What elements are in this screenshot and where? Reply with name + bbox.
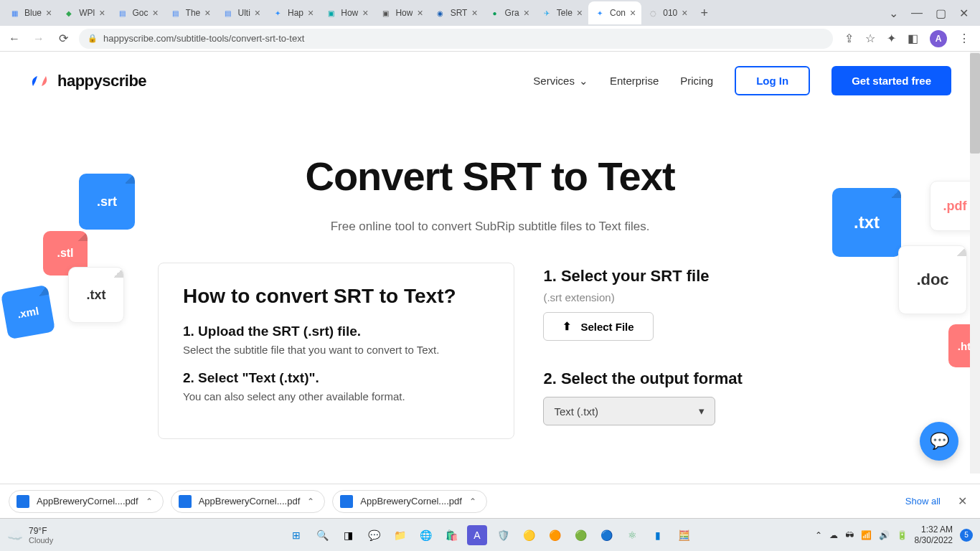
tab-title: The: [186, 8, 201, 18]
close-icon[interactable]: ×: [255, 7, 260, 19]
app-chrome1[interactable]: 🟡: [519, 525, 539, 545]
app-chrome4[interactable]: 🔵: [596, 525, 616, 545]
menu-icon[interactable]: ⋮: [958, 32, 970, 45]
download-item[interactable]: AppBreweryCornel....pdf⌃: [171, 490, 326, 513]
start-button[interactable]: ⊞: [286, 525, 306, 545]
nav-services[interactable]: Services ⌄: [533, 75, 588, 88]
chat-fab[interactable]: 💬: [920, 422, 958, 461]
close-icon[interactable]: ×: [417, 7, 423, 19]
download-item[interactable]: AppBreweryCornel....pdf⌃: [332, 490, 487, 513]
tab-0[interactable]: ▦Blue×: [3, 1, 57, 24]
app-chrome2[interactable]: 🟠: [545, 525, 565, 545]
tab-8[interactable]: ◉SRT×: [429, 1, 484, 24]
volume-icon[interactable]: 🔊: [879, 530, 890, 540]
close-icon[interactable]: ×: [577, 7, 583, 19]
browser-chrome: ▦Blue× ◆WPl× ▤Goc× ▤The× ▤Ulti× ✦Hap× ▣H…: [0, 0, 980, 52]
power-icon[interactable]: 🔋: [897, 530, 908, 540]
output-format-select[interactable]: Text (.txt) ▾: [543, 397, 715, 425]
app-generic1[interactable]: A: [467, 525, 487, 545]
taskview-button[interactable]: ◨: [338, 525, 358, 545]
tray-expand-icon[interactable]: ⌃: [815, 530, 822, 540]
tab-9[interactable]: ●Gra×: [484, 1, 535, 24]
pdf-icon: [17, 495, 29, 508]
show-all-downloads[interactable]: Show all: [905, 496, 946, 507]
close-icon[interactable]: ×: [362, 7, 368, 19]
window-minimize-icon[interactable]: —: [911, 6, 923, 20]
close-icon[interactable]: ×: [99, 7, 105, 19]
tab-6[interactable]: ▣How×: [319, 1, 374, 24]
chevron-up-icon[interactable]: ⌃: [469, 496, 476, 507]
app-files[interactable]: 📁: [390, 525, 410, 545]
chevron-up-icon[interactable]: ⌃: [146, 496, 153, 507]
action-steps: 1. Select your SRT file (.srt extension)…: [543, 263, 822, 439]
sidepanel-icon[interactable]: ◧: [908, 32, 918, 45]
close-icon[interactable]: ×: [471, 7, 477, 19]
reload-button[interactable]: ⟳: [55, 32, 72, 45]
how-to-card: How to convert SRT to Text? 1. Upload th…: [158, 263, 514, 439]
tab-2[interactable]: ▤Goc×: [110, 1, 164, 24]
login-button[interactable]: Log In: [735, 66, 810, 95]
close-icon[interactable]: ×: [152, 7, 158, 19]
how-step-1: 1. Upload the SRT (.srt) file. Select th…: [183, 324, 489, 356]
battery-icon[interactable]: 🕶: [845, 530, 854, 540]
tab-4[interactable]: ▤Ulti×: [216, 1, 266, 24]
tab-10[interactable]: ✈Tele×: [535, 1, 588, 24]
extensions-icon[interactable]: ✦: [887, 32, 896, 45]
close-icon[interactable]: ×: [682, 7, 687, 19]
window-close-icon[interactable]: ✕: [959, 6, 969, 20]
select-file-button[interactable]: ⬆ Select File: [543, 312, 653, 341]
tabs-dropdown-icon[interactable]: ⌄: [889, 6, 898, 20]
forward-button[interactable]: →: [30, 32, 47, 45]
search-button[interactable]: 🔍: [312, 525, 332, 545]
app-chrome3[interactable]: 🟢: [570, 525, 590, 545]
brand-logo[interactable]: happyscribe: [29, 70, 146, 92]
close-icon[interactable]: ×: [630, 7, 636, 19]
app-mcafee[interactable]: 🛡️: [493, 525, 513, 545]
chevron-up-icon[interactable]: ⌃: [307, 496, 314, 507]
download-item[interactable]: AppBreweryCornel....pdf⌃: [9, 490, 164, 513]
scrollbar-thumb[interactable]: [970, 53, 980, 154]
tab-7[interactable]: ▣How×: [374, 1, 428, 24]
url-input[interactable]: 🔒 happyscribe.com/subtitle-tools/convert…: [79, 29, 833, 49]
tab-title: Gra: [505, 8, 519, 18]
tab-12[interactable]: ◌010×: [641, 1, 693, 24]
app-store[interactable]: 🛍️: [441, 525, 461, 545]
new-tab-button[interactable]: +: [693, 6, 715, 21]
tab-5[interactable]: ✦Hap×: [266, 1, 319, 24]
format-value: Text (.txt): [554, 405, 598, 418]
app-edge[interactable]: 🌐: [415, 525, 435, 545]
tab-11-active[interactable]: ✦Con×: [588, 1, 641, 24]
window-maximize-icon[interactable]: ▢: [936, 6, 946, 20]
clock[interactable]: 1:32 AM 8/30/2022: [915, 524, 953, 545]
tab-3[interactable]: ▤The×: [164, 1, 217, 24]
close-icon[interactable]: ×: [46, 7, 52, 19]
app-chat[interactable]: 💬: [364, 525, 384, 545]
tab-title: Hap: [288, 8, 303, 18]
page-scrollbar[interactable]: [970, 52, 980, 474]
close-icon[interactable]: ×: [308, 7, 314, 19]
tab-1[interactable]: ◆WPl×: [57, 1, 110, 24]
address-bar: ← → ⟳ 🔒 happyscribe.com/subtitle-tools/c…: [0, 26, 980, 52]
close-downloads-bar[interactable]: ✕: [953, 494, 971, 508]
app-atom[interactable]: ⚛: [622, 525, 642, 545]
close-icon[interactable]: ×: [204, 7, 210, 19]
tab-title: How: [395, 8, 413, 18]
nav-enterprise[interactable]: Enterprise: [610, 75, 659, 87]
notifications-badge[interactable]: 5: [960, 529, 973, 542]
back-button[interactable]: ←: [6, 32, 23, 45]
get-started-button[interactable]: Get started free: [831, 66, 951, 95]
nav-pricing[interactable]: Pricing: [680, 75, 713, 87]
weather-widget[interactable]: ☁️ 79°F Cloudy: [7, 526, 53, 545]
bookmark-icon[interactable]: ☆: [865, 32, 875, 45]
page-title: Convert SRT to Text: [0, 153, 980, 199]
deco-xml: .xml: [1, 285, 55, 339]
app-calc[interactable]: 🧮: [674, 525, 694, 545]
deco-doc: .doc: [898, 245, 967, 314]
onedrive-icon[interactable]: ☁: [829, 530, 838, 540]
step2-heading: 2. Select "Text (.txt)".: [183, 370, 489, 386]
wifi-icon[interactable]: 📶: [861, 530, 872, 540]
share-icon[interactable]: ⇪: [844, 32, 854, 45]
close-icon[interactable]: ×: [524, 7, 529, 19]
app-vscode[interactable]: ▮: [648, 525, 668, 545]
profile-avatar[interactable]: A: [930, 30, 947, 47]
